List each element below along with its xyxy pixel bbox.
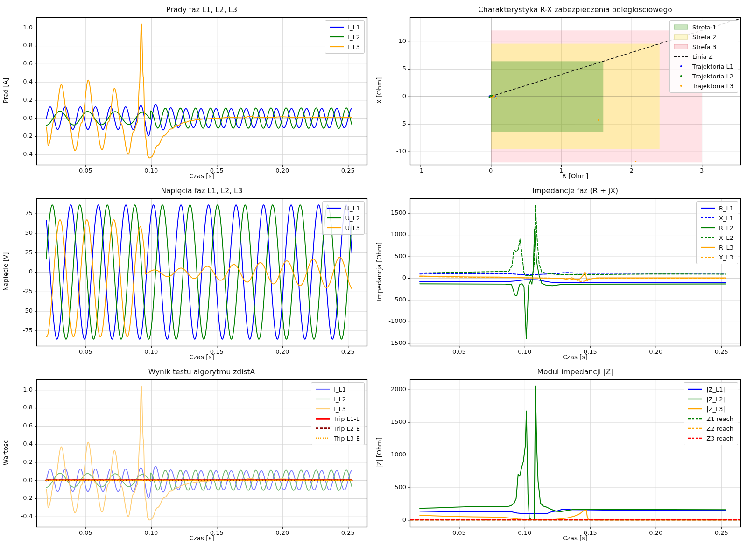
legend-label: Strefa 3 <box>692 43 716 50</box>
legend-item: Trajektoria L2 <box>673 72 733 80</box>
legend-swatch-line <box>700 254 716 260</box>
legend-swatch-line <box>329 34 345 40</box>
chart-title: Impedancje faz (R + jX) <box>410 187 740 195</box>
legend-swatch-line <box>673 53 689 60</box>
x-axis-label: Czas [s] <box>410 534 740 542</box>
chart-title: Prady faz L1, L2, L3 <box>36 6 367 14</box>
legend-label: Z3 reach <box>706 435 733 442</box>
legend-item: Z1 reach <box>687 414 733 423</box>
legend-swatch-line <box>700 224 716 231</box>
y-axis-label: Napięcie [V] <box>2 192 9 351</box>
y-axis-label: X [Ohm] <box>375 11 383 170</box>
legend-item: Trip L3-E <box>315 434 360 442</box>
legend-item: X_L2 <box>700 233 733 242</box>
voltages-plot-canvas <box>0 185 374 363</box>
legend-label: Z2 reach <box>706 425 733 432</box>
legend: R_L1X_L1R_L2X_L2R_L3X_L3 <box>696 201 738 264</box>
legend-label: I_L1 <box>334 386 346 393</box>
legend-swatch-line <box>326 215 342 221</box>
legend: I_L1I_L2I_L3Trip L1-ETrip L2-ETrip L3-E <box>311 382 365 445</box>
legend: U_L1U_L2U_L3 <box>322 201 365 235</box>
legend-swatch-line <box>315 396 331 402</box>
legend-item: R_L1 <box>700 204 733 212</box>
legend-label: Trajektoria L1 <box>692 63 733 70</box>
legend-item: Z2 reach <box>687 424 733 433</box>
chart-title: Napięcia faz L1, L2, L3 <box>36 187 367 195</box>
legend-item: |Z_L2| <box>687 395 733 403</box>
legend-item: I_L3 <box>329 42 360 51</box>
legend-label: X_L3 <box>719 254 733 261</box>
legend-label: Linia Z <box>692 53 713 60</box>
legend-swatch-line <box>687 396 703 402</box>
legend: I_L1I_L2I_L3 <box>325 20 365 54</box>
legend-swatch-line <box>700 244 716 251</box>
legend-label: Trajektoria L2 <box>692 73 733 80</box>
y-axis-label: |Z| [Ohm] <box>375 373 383 532</box>
legend-swatch-line <box>700 215 716 221</box>
legend-item: R_L2 <box>700 224 733 232</box>
legend-label: Trip L1-E <box>334 415 360 422</box>
legend-label: I_L1 <box>348 24 360 31</box>
chart-impedance-modulus: Modul impedancji |Z| |Z| [Ohm] Czas [s] … <box>374 366 747 558</box>
legend-item: X_L1 <box>700 214 733 222</box>
legend-item: I_L2 <box>329 33 360 41</box>
legend-label: |Z_L3| <box>706 406 725 413</box>
legend-label: I_L2 <box>334 396 346 403</box>
legend-item: U_L1 <box>326 204 360 212</box>
legend-swatch-dot <box>673 83 689 89</box>
chart-zdist-test-result: Wynik testu algorytmu zdistA Wartosc Cza… <box>0 366 374 558</box>
figure-canvas: { "figure": {"background": "#ffffff", "w… <box>0 0 747 560</box>
legend-item: U_L2 <box>326 214 360 222</box>
legend-label: R_L1 <box>719 205 733 212</box>
chart-impedances: Impedancje faz (R + jX) Impedancja [Ohm]… <box>374 185 747 363</box>
legend-item: Strefa 1 <box>673 23 733 31</box>
legend-label: Z1 reach <box>706 415 733 422</box>
legend-label: Strefa 1 <box>692 24 716 31</box>
legend: |Z_L1||Z_L2||Z_L3|Z1 reachZ2 reachZ3 rea… <box>684 382 738 445</box>
legend-label: U_L3 <box>345 224 360 231</box>
chart-currents: Prady faz L1, L2, L3 Prad [A] Czas [s] I… <box>0 4 374 182</box>
legend-label: U_L2 <box>345 215 360 222</box>
legend-swatch-line <box>315 406 331 412</box>
legend-label: Trajektoria L3 <box>692 83 733 90</box>
legend-swatch-line <box>329 24 345 30</box>
legend-item: I_L2 <box>315 395 360 403</box>
legend-label: I_L2 <box>348 34 360 41</box>
y-axis-label: Wartosc <box>2 373 9 532</box>
legend-item: I_L1 <box>315 385 360 393</box>
x-axis-label: Czas [s] <box>36 534 367 542</box>
legend-label: Strefa 2 <box>692 34 716 41</box>
legend-item: Strefa 3 <box>673 42 733 51</box>
x-axis-label: Czas [s] <box>36 353 367 361</box>
legend-item: Trip L2-E <box>315 424 360 433</box>
legend-item: X_L3 <box>700 253 733 261</box>
legend-label: |Z_L2| <box>706 396 725 403</box>
legend-swatch-line <box>329 43 345 50</box>
legend-label: X_L1 <box>719 215 733 222</box>
legend-swatch-dot <box>673 73 689 79</box>
y-axis-label: Prad [A] <box>2 11 9 170</box>
legend-swatch-line <box>315 425 331 432</box>
legend-swatch-line <box>315 435 331 441</box>
legend-item: Trajektoria L3 <box>673 82 733 90</box>
legend-swatch-line <box>687 406 703 412</box>
legend-swatch-patch <box>673 43 689 50</box>
chart-title: Charakterystyka R-X zabezpieczenia odleg… <box>410 6 740 14</box>
legend-swatch-line <box>315 386 331 392</box>
impedances-plot-canvas <box>374 185 747 363</box>
x-axis-label: Czas [s] <box>36 172 367 180</box>
y-axis-label: Impedancja [Ohm] <box>375 192 383 351</box>
legend-swatch-line <box>687 415 703 422</box>
legend-swatch-dot <box>673 63 689 70</box>
legend-label: R_L2 <box>719 224 733 231</box>
legend-swatch-line <box>326 205 342 211</box>
chart-voltages: Napięcia faz L1, L2, L3 Napięcie [V] Cza… <box>0 185 374 363</box>
currents-plot-canvas <box>0 4 374 182</box>
legend: Strefa 1Strefa 2Strefa 3Linia ZTrajektor… <box>669 20 738 93</box>
chart-title: Modul impedancji |Z| <box>410 368 740 376</box>
legend-item: R_L3 <box>700 243 733 252</box>
legend-item: |Z_L1| <box>687 385 733 393</box>
legend-swatch-line <box>326 224 342 231</box>
legend-item: Linia Z <box>673 52 733 61</box>
legend-label: X_L2 <box>719 234 733 241</box>
